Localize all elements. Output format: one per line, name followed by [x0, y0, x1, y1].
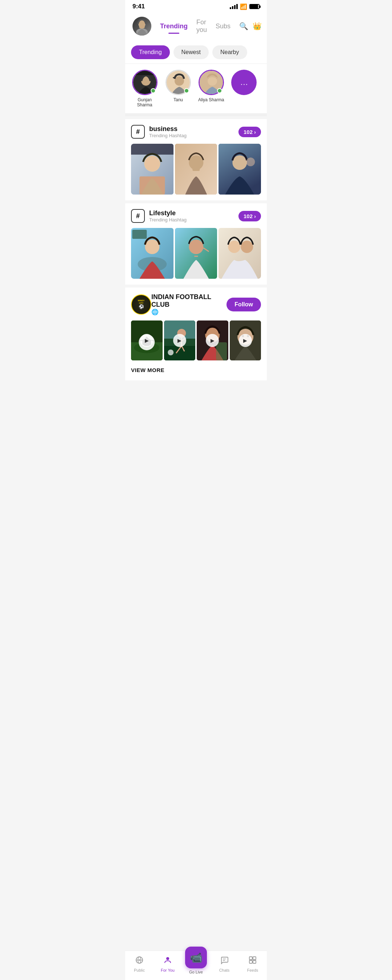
- tab-for-you[interactable]: For you: [192, 17, 211, 35]
- more-stories-btn[interactable]: …: [231, 70, 257, 95]
- svg-point-3: [139, 25, 145, 29]
- svg-point-8: [175, 76, 184, 86]
- online-dot-tanu: [184, 88, 189, 93]
- story-name-aliya: Aliya Sharma: [198, 97, 224, 102]
- story-avatar-tanu[interactable]: [166, 70, 191, 95]
- hashtag-subtitle-lifestyle: Trending Hashtag: [149, 217, 239, 223]
- story-avatar-aliya[interactable]: [199, 70, 224, 95]
- svg-point-49: [168, 350, 174, 355]
- play-icon-3[interactable]: ▶: [206, 334, 219, 347]
- online-dot-aliya: [217, 88, 222, 93]
- crown-icon[interactable]: 👑: [253, 22, 262, 30]
- header: Trending For you Subs 🔍 👑: [125, 13, 267, 41]
- more-stories-item[interactable]: …: [231, 70, 257, 95]
- club-video-4[interactable]: ▶: [230, 320, 261, 360]
- story-aliya[interactable]: Aliya Sharma: [198, 70, 224, 102]
- lifestyle-image-2[interactable]: [175, 228, 217, 279]
- lifestyle-image-1[interactable]: [131, 228, 174, 279]
- tab-subs[interactable]: Subs: [211, 21, 235, 32]
- status-bar: 9:41 📶: [125, 0, 267, 13]
- story-avatar-gunjan[interactable]: [132, 70, 158, 95]
- pill-nearby[interactable]: Nearby: [212, 45, 247, 59]
- club-video-1[interactable]: ▶: [131, 320, 163, 360]
- svg-point-24: [247, 158, 255, 166]
- svg-rect-28: [132, 230, 147, 239]
- signal-icon: [230, 4, 238, 9]
- search-icon[interactable]: 🔍: [239, 22, 248, 30]
- hashtag-image-1[interactable]: [131, 144, 174, 194]
- battery-icon: [249, 4, 260, 9]
- club-info: INDIAN FOOTBALL CLUB 🌐: [151, 293, 226, 315]
- hashtag-images-lifestyle: [131, 228, 261, 279]
- filter-bar: Trending Newest Nearby: [125, 41, 267, 64]
- arrow-right-icon: ›: [254, 129, 256, 135]
- club-video-3[interactable]: ▶: [197, 320, 228, 360]
- play-icon-4[interactable]: ▶: [239, 334, 252, 347]
- club-video-2[interactable]: ▶: [164, 320, 196, 360]
- svg-rect-20: [192, 167, 200, 171]
- svg-rect-52: [216, 342, 227, 360]
- hashtag-card-lifestyle: # Lifestyle Trending Hashtag 102 ›: [125, 203, 267, 285]
- svg-point-23: [233, 155, 247, 170]
- status-icons: 📶: [230, 3, 260, 10]
- club-videos: ▶ ▶: [131, 320, 261, 360]
- tab-trending[interactable]: Trending: [156, 21, 192, 32]
- header-icons: 🔍 👑: [239, 22, 262, 30]
- avatar[interactable]: [132, 17, 151, 35]
- follow-button[interactable]: Follow: [226, 298, 261, 312]
- hashtag-count-lifestyle[interactable]: 102 ›: [239, 211, 261, 221]
- hashtag-card-business: # business Trending Hashtag 102 ›: [125, 119, 267, 200]
- hashtag-title-lifestyle: Lifestyle: [149, 210, 239, 217]
- svg-point-36: [241, 241, 253, 253]
- hashtag-title-business: business: [149, 125, 239, 133]
- svg-point-27: [145, 240, 159, 254]
- club-logo: WINDYcity ⚽: [131, 294, 151, 315]
- hashtag-subtitle-business: Trending Hashtag: [149, 133, 239, 138]
- club-card: WINDYcity ⚽ INDIAN FOOTBALL CLUB 🌐 Follo…: [125, 288, 267, 380]
- hashtag-symbol-business: #: [131, 125, 145, 138]
- hashtag-image-3[interactable]: [218, 144, 261, 194]
- view-more-label[interactable]: VIEW MORE: [131, 366, 261, 375]
- lifestyle-image-3[interactable]: [218, 228, 261, 279]
- svg-point-16: [145, 156, 159, 171]
- play-icon-2[interactable]: ▶: [173, 334, 186, 347]
- status-time: 9:41: [132, 3, 145, 10]
- club-header: WINDYcity ⚽ INDIAN FOOTBALL CLUB 🌐 Follo…: [131, 293, 261, 315]
- hashtag-symbol-lifestyle: #: [131, 209, 145, 223]
- pill-trending[interactable]: Trending: [131, 45, 170, 59]
- club-name: INDIAN FOOTBALL CLUB: [151, 293, 226, 309]
- play-icon-1[interactable]: ▶: [140, 334, 153, 347]
- online-dot-gunjan: [151, 88, 156, 93]
- globe-icon: 🌐: [151, 309, 226, 315]
- story-gunjan[interactable]: Gunjan Sharma: [131, 70, 158, 107]
- svg-rect-6: [133, 71, 156, 75]
- story-name-gunjan: Gunjan Sharma: [131, 97, 158, 107]
- svg-point-30: [189, 240, 203, 254]
- hashtag-count-business[interactable]: 102 ›: [239, 127, 261, 137]
- hashtag-image-2[interactable]: [175, 144, 217, 194]
- wifi-icon: 📶: [240, 3, 247, 10]
- svg-point-35: [228, 241, 241, 253]
- nav-tabs: Trending For you Subs: [156, 17, 235, 35]
- hashtag-images-business: [131, 144, 261, 194]
- arrow-right-icon-lifestyle: ›: [254, 213, 256, 219]
- story-tanu[interactable]: Tanu: [166, 70, 191, 102]
- stories-row: Gunjan Sharma Tanu: [125, 64, 267, 116]
- pill-newest[interactable]: Newest: [174, 45, 209, 59]
- story-name-tanu: Tanu: [174, 97, 183, 102]
